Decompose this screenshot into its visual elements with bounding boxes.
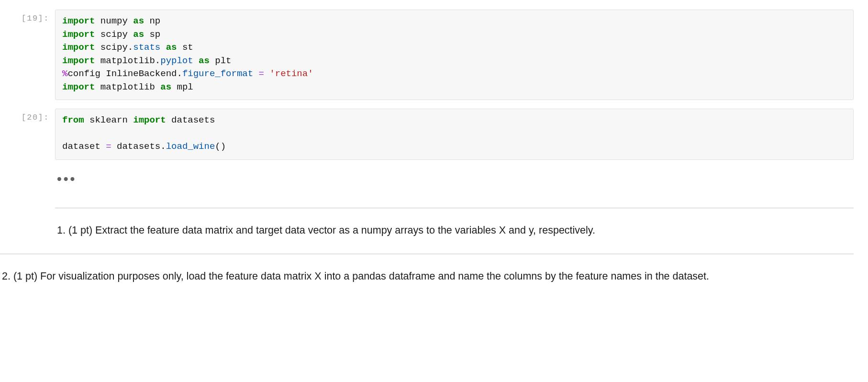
divider <box>0 254 854 254</box>
keyword-import: import <box>133 115 166 125</box>
prompt-label: [19]: <box>10 10 55 23</box>
question-points: (1 pt) <box>68 225 92 236</box>
operator-eq: = <box>259 68 264 79</box>
alias: np <box>149 16 160 26</box>
keyword-import: import <box>62 16 95 26</box>
module-name: numpy <box>100 16 128 26</box>
keyword-as: as <box>166 42 177 53</box>
keyword-from: from <box>62 115 84 125</box>
import-target: datasets <box>171 115 215 125</box>
question-text: Extract the feature data matrix and targ… <box>95 225 595 236</box>
keyword-import: import <box>62 29 95 40</box>
keyword-as: as <box>133 16 144 26</box>
question-number: 2. <box>2 270 11 282</box>
keyword-import: import <box>62 82 95 92</box>
module-ref: datasets <box>117 141 160 152</box>
string-literal: 'retina' <box>269 68 313 79</box>
function-call: load_wine <box>166 141 215 152</box>
markdown-cell-q2[interactable]: 2. (1 pt) For visualization purposes onl… <box>0 254 854 284</box>
module-name: matplotlib <box>100 56 155 66</box>
module-name: scipy <box>100 42 128 53</box>
alias: plt <box>215 56 231 66</box>
question-points: (1 pt) <box>13 270 37 282</box>
config-target: InlineBackend <box>106 68 177 79</box>
magic-percent: % <box>62 68 67 79</box>
module-name: matplotlib <box>100 82 155 92</box>
alias: mpl <box>177 82 193 92</box>
parens: () <box>215 141 226 152</box>
module-name: scipy <box>100 29 128 40</box>
dot: . <box>160 141 166 152</box>
operator-eq: = <box>106 141 111 152</box>
code-cell-20[interactable]: [20]: from sklearn import datasets datas… <box>0 109 868 160</box>
question-text: For visualization purposes only, load th… <box>40 270 709 282</box>
alias: st <box>182 42 193 53</box>
variable: dataset <box>62 141 100 152</box>
keyword-import: import <box>62 56 95 66</box>
question-2: 2. (1 pt) For visualization purposes onl… <box>2 269 854 284</box>
config-attr: figure_format <box>182 68 253 79</box>
prompt-label: [20]: <box>10 109 55 122</box>
submodule: pyplot <box>160 56 193 66</box>
submodule: stats <box>133 42 160 53</box>
notebook: [19]: import numpy as np import scipy as… <box>0 10 868 285</box>
keyword-as: as <box>199 56 210 66</box>
dot: . <box>155 56 160 66</box>
module-name: sklearn <box>89 115 128 125</box>
code-input[interactable]: from sklearn import datasets dataset = d… <box>55 109 854 160</box>
markdown-cell-ellipsis[interactable]: ••• 1. (1 pt) Extract the feature data m… <box>55 169 854 238</box>
dot: . <box>177 68 182 79</box>
question-number: 1. <box>57 225 66 236</box>
keyword-as: as <box>133 29 144 40</box>
code-input[interactable]: import numpy as np import scipy as sp im… <box>55 10 854 100</box>
alias: sp <box>149 29 160 40</box>
keyword-as: as <box>160 82 171 92</box>
magic-cmd: config <box>67 68 100 79</box>
divider <box>55 208 854 208</box>
dot: . <box>128 42 133 53</box>
question-1: 1. (1 pt) Extract the feature data matri… <box>57 223 854 238</box>
ellipsis-icon: ••• <box>55 169 854 195</box>
keyword-import: import <box>62 42 95 53</box>
code-cell-19[interactable]: [19]: import numpy as np import scipy as… <box>0 10 868 100</box>
